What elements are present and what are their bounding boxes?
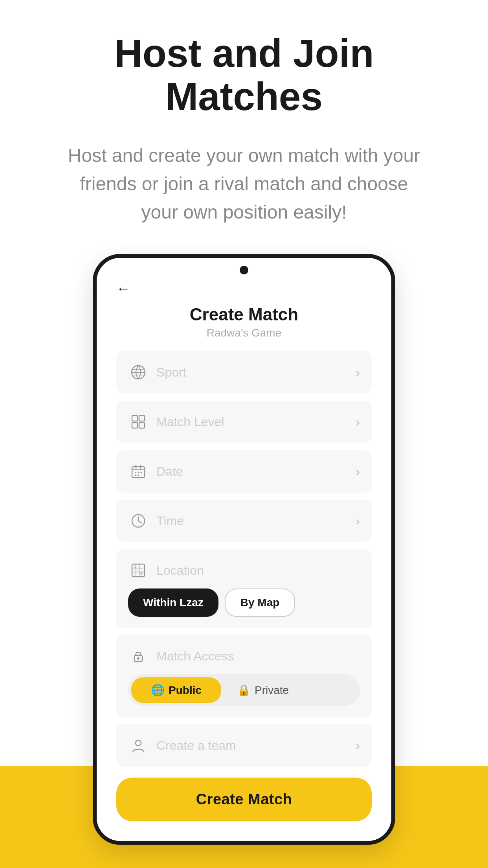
camera-area [97, 258, 391, 276]
access-label: Match Access [156, 649, 360, 664]
svg-point-25 [137, 657, 139, 660]
time-label: Time [156, 514, 356, 528]
puzzle-icon [128, 412, 149, 432]
svg-line-16 [138, 521, 141, 523]
page-subtitle: Host and create your own match with your… [67, 142, 421, 226]
match-level-row[interactable]: Match Level › [116, 401, 372, 443]
match-level-label: Match Level [156, 415, 356, 429]
private-label: Private [255, 684, 289, 697]
time-chevron: › [356, 514, 360, 528]
svg-rect-2 [139, 416, 145, 421]
date-row[interactable]: Date › [116, 450, 372, 493]
svg-point-12 [135, 474, 136, 476]
svg-point-26 [136, 740, 141, 746]
within-lzaz-button[interactable]: Within Lzaz [128, 588, 218, 617]
create-team-chevron: › [356, 738, 360, 753]
match-level-chevron: › [356, 415, 360, 429]
screen-subtitle: Radwa's Game [116, 327, 372, 339]
svg-rect-22 [134, 566, 136, 568]
svg-point-13 [138, 474, 139, 476]
public-label: Public [169, 684, 202, 697]
location-section: Location Within Lzaz By Map [116, 549, 372, 628]
date-label: Date [156, 464, 356, 479]
page-title: Host and Join Matches [31, 31, 457, 118]
private-button[interactable]: 🔒 Private [221, 677, 305, 703]
access-icon [128, 646, 149, 666]
camera-dot [240, 266, 248, 274]
location-header: Location [128, 560, 360, 581]
access-toggle: 🌐 Public 🔒 Private [128, 674, 360, 706]
svg-point-11 [140, 472, 142, 473]
sport-icon [128, 362, 149, 383]
sport-row[interactable]: Sport › [116, 351, 372, 394]
team-icon [128, 735, 149, 756]
top-section: Host and Join Matches Host and create yo… [0, 0, 488, 254]
phone-content: ← Create Match Radwa's Game Sport [97, 276, 391, 841]
public-button[interactable]: 🌐 Public [131, 677, 221, 703]
access-header: Match Access [128, 646, 360, 666]
sport-label: Sport [156, 365, 356, 380]
svg-point-9 [135, 472, 136, 473]
calendar-icon [128, 461, 149, 482]
back-button[interactable]: ← [116, 280, 130, 297]
access-section: Match Access 🌐 Public 🔒 Private [116, 635, 372, 717]
lock-icon: 🔒 [237, 684, 251, 697]
create-team-label: Create a team [156, 738, 356, 753]
phone-wrapper: ← Create Match Radwa's Game Sport [93, 254, 395, 845]
location-icon [128, 560, 149, 581]
svg-rect-17 [132, 564, 145, 577]
create-team-row[interactable]: Create a team › [116, 724, 372, 767]
globe-icon: 🌐 [151, 684, 165, 697]
svg-rect-23 [140, 572, 143, 575]
clock-icon [128, 511, 149, 531]
svg-rect-4 [139, 423, 145, 428]
create-match-button[interactable]: Create Match [116, 778, 372, 821]
phone-frame: ← Create Match Radwa's Game Sport [93, 254, 395, 845]
screen-title: Create Match [116, 305, 372, 324]
time-row[interactable]: Time › [116, 500, 372, 542]
location-label: Location [156, 563, 360, 578]
date-chevron: › [356, 464, 360, 479]
location-buttons: Within Lzaz By Map [128, 588, 360, 617]
sport-chevron: › [356, 365, 360, 380]
svg-rect-1 [132, 416, 138, 421]
by-map-button[interactable]: By Map [225, 588, 295, 617]
svg-rect-3 [132, 423, 138, 428]
svg-point-10 [138, 472, 139, 473]
